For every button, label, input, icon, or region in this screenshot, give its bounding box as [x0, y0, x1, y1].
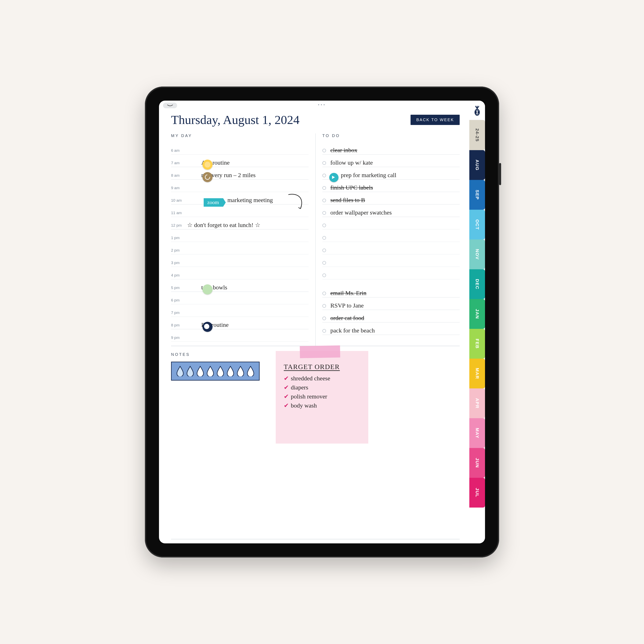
tab-24-25[interactable]: 24-25 [469, 120, 485, 150]
todo-row[interactable]: prep for marketing call [322, 167, 460, 180]
hour-entry[interactable] [187, 266, 309, 267]
water-drop-icon[interactable] [216, 366, 224, 376]
water-drop-icon[interactable] [206, 366, 214, 376]
todo-row[interactable]: clear inbox [322, 142, 460, 155]
hour-row[interactable]: 9 am [171, 180, 309, 192]
todo-text[interactable]: email Ms. Erin [330, 290, 460, 297]
water-drop-icon[interactable] [236, 366, 245, 376]
todo-text[interactable]: send files to B [330, 197, 460, 204]
todo-bullet-icon[interactable] [322, 249, 330, 254]
todo-text[interactable]: pack for the beach [330, 327, 460, 335]
hour-row[interactable]: 7 amAM routine [171, 155, 309, 167]
tab-jun[interactable]: JUN [469, 448, 485, 478]
hour-row[interactable]: 4 pm [171, 267, 309, 279]
water-drop-icon[interactable] [226, 366, 234, 376]
todo-bullet-icon[interactable] [322, 186, 330, 192]
hour-entry[interactable]: ☆ don't forget to eat lunch! ☆ [187, 221, 309, 229]
hour-entry[interactable] [187, 278, 309, 279]
todo-row[interactable]: pack for the beach [322, 322, 460, 335]
app-handle-icon[interactable] [163, 103, 177, 108]
todo-bullet-icon[interactable] [322, 273, 330, 279]
todo-bullet-icon[interactable] [322, 329, 330, 335]
hour-entry[interactable]: PM routine [187, 321, 309, 329]
todo-bullet-icon[interactable] [322, 161, 330, 167]
todo-text[interactable]: RSVP to Jane [330, 302, 460, 310]
hour-entry[interactable] [187, 253, 309, 254]
hour-entry[interactable] [187, 303, 309, 304]
hour-entry[interactable] [187, 341, 309, 342]
hour-entry[interactable]: recovery run – 2 miles [187, 172, 309, 179]
tab-oct[interactable]: OCT [469, 210, 485, 239]
todo-bullet-icon[interactable] [322, 236, 330, 242]
todo-row[interactable] [322, 229, 460, 242]
water-tracker[interactable] [171, 362, 260, 381]
tab-nov[interactable]: NOV [469, 239, 485, 269]
todo-bullet-icon[interactable] [322, 149, 330, 154]
multitask-dots-icon[interactable]: ••• [318, 102, 326, 107]
hour-row[interactable]: 9 pm [171, 329, 309, 342]
todo-text[interactable] [330, 253, 460, 254]
todo-row[interactable] [322, 242, 460, 254]
todo-text[interactable] [330, 266, 460, 267]
hour-entry[interactable]: AM routine [187, 159, 309, 167]
todo-bullet-icon[interactable] [322, 317, 330, 322]
todo-text[interactable]: prep for marketing call [330, 172, 460, 179]
todo-bullet-icon[interactable] [322, 199, 330, 204]
hour-row[interactable]: 6 pm [171, 292, 309, 304]
hour-row[interactable]: 10 amzoommarketing meeting [171, 192, 309, 204]
hour-entry[interactable] [187, 191, 309, 192]
hour-entry[interactable]: zoommarketing meeting [187, 197, 309, 204]
todo-text[interactable]: order wallpaper swatches [330, 209, 460, 217]
tab-aug[interactable]: AUG [469, 150, 485, 180]
hour-row[interactable]: 5 pmtaco bowls [171, 279, 309, 292]
tab-apr[interactable]: APR [469, 388, 485, 418]
todo-row[interactable]: order cat food [322, 310, 460, 322]
todo-row[interactable]: order wallpaper swatches [322, 204, 460, 217]
water-drop-icon[interactable] [186, 366, 194, 376]
hour-row[interactable]: 8 amrecovery run – 2 miles [171, 167, 309, 180]
todo-bullet-icon[interactable] [322, 261, 330, 267]
hour-row[interactable]: 1 pm [171, 229, 309, 242]
todo-row[interactable] [322, 267, 460, 279]
todo-row[interactable] [322, 217, 460, 229]
water-drop-icon[interactable] [196, 366, 204, 376]
hour-row[interactable]: 11 am [171, 204, 309, 217]
todo-row[interactable]: send files to B [322, 192, 460, 204]
sticky-note[interactable]: TARGET ORDER ✔shredded cheese✔diapers✔po… [276, 351, 368, 444]
todo-text[interactable] [330, 278, 460, 279]
logo-tab[interactable] [469, 102, 485, 120]
todo-row[interactable]: finish UPC labels [322, 180, 460, 192]
tab-jan[interactable]: JAN [469, 299, 485, 329]
hour-entry[interactable]: taco bowls [187, 284, 309, 292]
todo-row[interactable]: follow up w/ kate [322, 155, 460, 167]
hour-row[interactable]: 3 pm [171, 254, 309, 267]
todo-bullet-icon[interactable] [322, 211, 330, 217]
hour-entry[interactable] [187, 216, 309, 217]
todo-text[interactable]: clear inbox [330, 147, 460, 154]
todo-bullet-icon[interactable] [322, 224, 330, 229]
todo-text[interactable]: order cat food [330, 315, 460, 322]
water-drop-icon[interactable] [176, 366, 184, 376]
tab-dec[interactable]: DEC [469, 269, 485, 299]
todo-row[interactable]: RSVP to Jane [322, 297, 460, 310]
hour-row[interactable]: 6 am [171, 142, 309, 155]
todo-row[interactable]: email Ms. Erin [322, 285, 460, 297]
back-to-week-button[interactable]: BACK TO WEEK [411, 115, 460, 125]
todo-text[interactable] [330, 241, 460, 242]
hour-row[interactable]: 8 pmPM routine [171, 317, 309, 329]
todo-text[interactable]: follow up w/ kate [330, 159, 460, 167]
hour-entry[interactable] [187, 154, 309, 154]
todo-bullet-icon[interactable] [322, 292, 330, 297]
water-drop-icon[interactable] [247, 366, 255, 376]
tab-may[interactable]: MAY [469, 418, 485, 448]
hour-entry[interactable] [187, 316, 309, 317]
hour-row[interactable]: 7 pm [171, 304, 309, 317]
tab-feb[interactable]: FEB [469, 329, 485, 359]
todo-text[interactable]: finish UPC labels [330, 184, 460, 192]
tab-mar[interactable]: MAR [469, 359, 485, 388]
tab-sep[interactable]: SEP [469, 180, 485, 210]
tab-jul[interactable]: JUL [469, 478, 485, 508]
todo-bullet-icon[interactable] [322, 304, 330, 310]
hour-row[interactable]: 12 pm☆ don't forget to eat lunch! ☆ [171, 217, 309, 229]
hour-entry[interactable] [187, 241, 309, 242]
